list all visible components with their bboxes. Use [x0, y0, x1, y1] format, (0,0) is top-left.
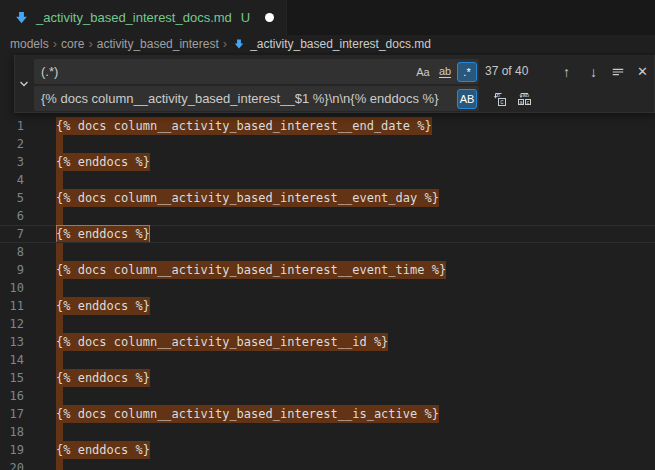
code-line[interactable]: 3{% enddocs %} [0, 153, 655, 171]
svg-text:ab: ab [522, 91, 529, 97]
code-line[interactable]: 5{% docs column__activity_based_interest… [0, 189, 655, 207]
code-line[interactable]: 13{% docs column__activity_based_interes… [0, 333, 655, 351]
code-line[interactable]: 14 [0, 351, 655, 369]
close-find-button[interactable]: ✕ [632, 61, 653, 82]
replace-input[interactable]: {% docs column__activity_based_interest_… [34, 86, 479, 111]
tab-filename: _activity_based_interest_docs.md [36, 10, 232, 25]
arrow-up-icon: ↑ [563, 64, 570, 80]
code-line[interactable]: 9{% docs column__activity_based_interest… [0, 261, 655, 279]
replace-all-button[interactable]: ab a c [513, 88, 534, 109]
code-line[interactable]: 19{% enddocs %} [0, 441, 655, 459]
line-number: 19 [0, 441, 24, 459]
unsaved-dot-icon[interactable] [265, 13, 274, 22]
code-line[interactable]: 8 [0, 243, 655, 261]
line-text: {% docs column__activity_based_interest_… [56, 333, 388, 351]
line-text: {% docs column__activity_based_interest_… [56, 405, 439, 423]
line-number: 13 [0, 333, 24, 351]
line-number: 17 [0, 405, 24, 423]
next-match-button[interactable]: ↓ [583, 61, 604, 82]
line-number: 4 [0, 171, 24, 189]
line-text: {% enddocs %} [56, 225, 150, 243]
line-text [56, 459, 63, 470]
line-number: 7 [0, 225, 24, 243]
code-lines: 1{% docs column__activity_based_interest… [0, 117, 655, 470]
svg-text:c: c [526, 98, 529, 104]
empty-line-match-highlight [56, 135, 63, 153]
line-text: {% enddocs %} [56, 297, 150, 315]
chevron-right-icon: › [53, 38, 57, 50]
breadcrumb-item-core[interactable]: core [61, 37, 84, 51]
line-number: 15 [0, 369, 24, 387]
code-line[interactable]: 18 [0, 423, 655, 441]
chevron-right-icon: › [223, 38, 227, 50]
preserve-case-button[interactable]: AB [457, 89, 477, 109]
code-line[interactable]: 17{% docs column__activity_based_interes… [0, 405, 655, 423]
line-number: 5 [0, 189, 24, 207]
line-number: 12 [0, 315, 24, 333]
line-number: 9 [0, 261, 24, 279]
breadcrumb-item-file[interactable]: _activity_based_interest_docs.md [250, 37, 431, 51]
empty-line-match-highlight [56, 315, 63, 333]
selection-icon [611, 65, 625, 79]
find-input[interactable]: (.*) Aa ab .* [34, 59, 479, 84]
git-status-badge: U [241, 10, 250, 25]
match-case-button[interactable]: Aa [413, 62, 433, 82]
chevron-right-icon: › [88, 38, 92, 50]
empty-line-match-highlight [56, 423, 63, 441]
empty-line-match-highlight [56, 243, 63, 261]
editor-pane[interactable]: (.*) Aa ab .* 37 of 40 ↑ ↓ ✕ {% docs col… [0, 52, 655, 470]
find-results-count: 37 of 40 [485, 59, 528, 84]
replace-input-value[interactable]: {% docs column__activity_based_interest_… [34, 91, 457, 106]
chevron-down-icon [19, 79, 29, 89]
line-number: 10 [0, 279, 24, 297]
svg-text:b: b [496, 91, 500, 97]
svg-text:c: c [500, 98, 504, 105]
empty-line-match-highlight [56, 171, 63, 189]
code-line[interactable]: 7{% enddocs %} [0, 225, 655, 243]
code-line[interactable]: 16 [0, 387, 655, 405]
line-number: 20 [0, 459, 24, 470]
line-text: {% enddocs %} [56, 153, 150, 171]
line-text: {% enddocs %} [56, 369, 150, 387]
find-input-value[interactable]: (.*) [34, 64, 413, 79]
replace-button[interactable]: b c [488, 88, 509, 109]
replace-all-icon: ab a c [516, 91, 532, 107]
toggle-replace-button[interactable] [15, 55, 33, 112]
arrow-down-icon: ↓ [590, 64, 597, 80]
line-number: 16 [0, 387, 24, 405]
code-line[interactable]: 4 [0, 171, 655, 189]
code-line[interactable]: 6 [0, 207, 655, 225]
empty-line-match-highlight [56, 387, 63, 405]
whole-word-button[interactable]: ab [435, 62, 455, 82]
line-text: {% docs column__activity_based_interest_… [56, 117, 432, 135]
previous-match-button[interactable]: ↑ [556, 61, 577, 82]
markdown-file-icon [233, 38, 245, 50]
line-number: 18 [0, 423, 24, 441]
code-line[interactable]: 11{% enddocs %} [0, 297, 655, 315]
line-text: {% enddocs %} [56, 441, 150, 459]
find-in-selection-button[interactable] [607, 61, 628, 82]
code-line[interactable]: 12 [0, 315, 655, 333]
code-line[interactable]: 2 [0, 135, 655, 153]
breadcrumb-item-folder[interactable]: activity_based_interest [97, 37, 219, 51]
code-line[interactable]: 10 [0, 279, 655, 297]
code-line[interactable]: 20 [0, 459, 655, 470]
replace-icon: b c [491, 91, 507, 107]
line-number: 3 [0, 153, 24, 171]
line-number: 14 [0, 351, 24, 369]
line-number: 1 [0, 117, 24, 135]
breadcrumb-item-models[interactable]: models [10, 37, 49, 51]
breadcrumb: models › core › activity_based_interest … [0, 35, 655, 52]
find-replace-widget: (.*) Aa ab .* 37 of 40 ↑ ↓ ✕ {% docs col… [14, 55, 655, 113]
close-icon: ✕ [637, 64, 648, 79]
empty-line-match-highlight [56, 207, 63, 225]
code-line[interactable]: 15{% enddocs %} [0, 369, 655, 387]
markdown-file-icon [14, 10, 29, 25]
empty-line-match-highlight [56, 459, 63, 470]
code-line[interactable]: 1{% docs column__activity_based_interest… [0, 117, 655, 135]
editor-tab[interactable]: _activity_based_interest_docs.md U [0, 0, 287, 35]
regex-button[interactable]: .* [457, 62, 477, 82]
line-text: {% docs column__activity_based_interest_… [56, 189, 439, 207]
line-text: {% docs column__activity_based_interest_… [56, 261, 446, 279]
line-number: 11 [0, 297, 24, 315]
